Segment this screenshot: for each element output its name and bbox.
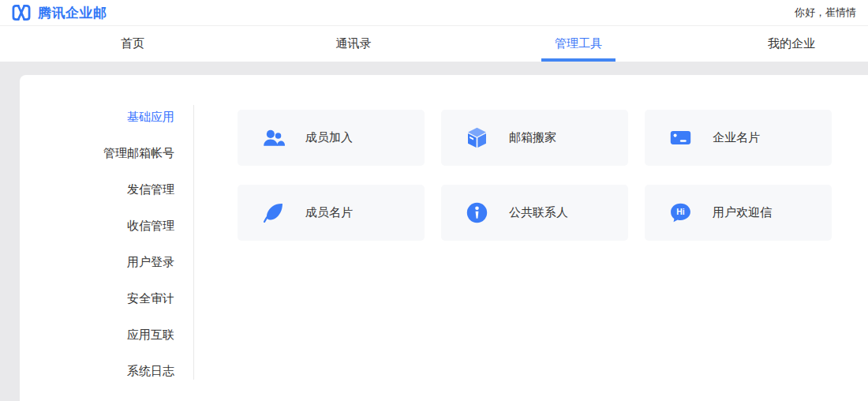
- feather-icon: [262, 201, 285, 224]
- card-label: 成员加入: [305, 130, 353, 145]
- sidebar-item-basic-apps[interactable]: 基础应用: [20, 105, 194, 129]
- contact-info-icon: [466, 201, 488, 224]
- sidebar-item-incoming-mail[interactable]: 收信管理: [20, 214, 194, 238]
- hi-bubble-text: Hi: [676, 208, 684, 216]
- app-card-grid: 成员加入 邮箱搬家: [238, 110, 832, 241]
- sidebar-item-app-integration[interactable]: 应用互联: [20, 323, 194, 347]
- card-label: 用户欢迎信: [713, 205, 772, 220]
- card-member-join[interactable]: 成员加入: [238, 110, 425, 166]
- members-icon: [262, 126, 285, 149]
- main-nav: 首页 通讯录 管理工具 我的企业: [0, 26, 868, 62]
- card-label: 企业名片: [713, 130, 760, 145]
- card-label: 邮箱搬家: [509, 130, 556, 145]
- nav-tab-contacts[interactable]: 通讯录: [265, 26, 442, 62]
- workspace-background: 基础应用 管理邮箱帐号 发信管理 收信管理 用户登录 安全审计 应用互联 系统日…: [0, 62, 868, 401]
- nav-tab-home[interactable]: 首页: [0, 26, 265, 62]
- user-greeting: 你好，崔情情: [795, 6, 856, 20]
- exmail-logo-icon: [11, 4, 32, 21]
- sidebar-item-security-audit[interactable]: 安全审计: [20, 287, 194, 310]
- card-public-contacts[interactable]: 公共联系人: [441, 185, 628, 241]
- brand[interactable]: 腾讯企业邮: [11, 4, 107, 22]
- card-label: 公共联系人: [509, 205, 568, 220]
- brand-title: 腾讯企业邮: [38, 4, 107, 22]
- sidebar-item-outgoing-mail[interactable]: 发信管理: [20, 178, 194, 201]
- business-card-icon: [669, 126, 692, 149]
- sidebar-item-user-login[interactable]: 用户登录: [20, 250, 194, 274]
- sidebar: 基础应用 管理邮箱帐号 发信管理 收信管理 用户登录 安全审计 应用互联 系统日…: [20, 75, 194, 401]
- nav-tab-my-company[interactable]: 我的企业: [715, 26, 868, 62]
- card-member-card[interactable]: 成员名片: [238, 185, 425, 241]
- top-header: 腾讯企业邮 你好，崔情情: [0, 0, 868, 26]
- content-panel: 基础应用 管理邮箱帐号 发信管理 收信管理 用户登录 安全审计 应用互联 系统日…: [20, 75, 868, 401]
- hi-bubble-icon: Hi: [669, 201, 692, 224]
- sidebar-item-system-logs[interactable]: 系统日志: [20, 359, 194, 383]
- moving-box-icon: [466, 126, 488, 149]
- sidebar-item-manage-mail-accounts[interactable]: 管理邮箱帐号: [20, 141, 194, 165]
- main-content: 成员加入 邮箱搬家: [194, 75, 832, 401]
- card-label: 成员名片: [305, 205, 353, 220]
- card-company-card[interactable]: 企业名片: [645, 110, 832, 166]
- card-mailbox-migration[interactable]: 邮箱搬家: [441, 110, 628, 166]
- card-welcome-letter[interactable]: Hi 用户欢迎信: [645, 185, 832, 241]
- nav-tab-admin-tools[interactable]: 管理工具: [442, 26, 715, 62]
